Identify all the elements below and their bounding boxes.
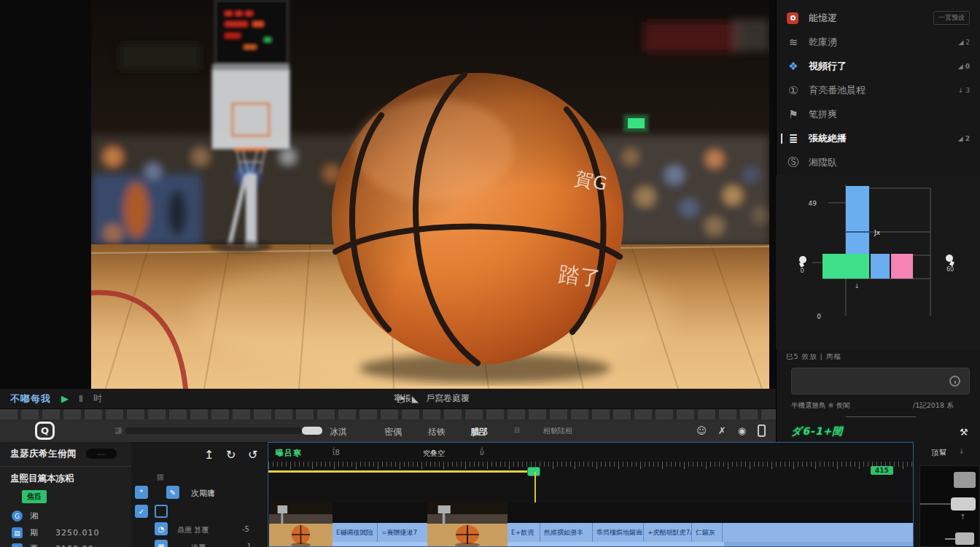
mixer-panel: 頂幫 ↓ ↑ <box>914 442 980 547</box>
sidebar-item-label: 視頻行了 <box>809 60 847 73</box>
clip-thumbnail-2[interactable] <box>427 503 508 547</box>
reset-icon[interactable]: ↺ <box>248 448 257 462</box>
left-handle-icon[interactable]: 0 <box>799 256 806 274</box>
down-arrow-icon[interactable]: ↓ <box>959 448 965 455</box>
toolbar-slider[interactable] <box>125 427 302 434</box>
up-arrow-icon[interactable]: ↑ <box>960 513 965 521</box>
block-pink[interactable] <box>891 254 913 279</box>
sidebar-input[interactable] <box>791 368 970 395</box>
tool-button-star[interactable]: ＊ <box>135 486 148 499</box>
main-toolbar: Q 謙 冰淇 密偶 括铁 腊郘 目 相貌陆相 ☺ ✗ ◉ <box>0 419 776 442</box>
circle-icon: G <box>12 511 23 521</box>
toolbar-item-3[interactable]: 括铁 <box>428 426 446 438</box>
sidebar-item-6[interactable]: Ⓢ 湘陞臥 <box>777 150 980 174</box>
timeline-time-badge: 415 <box>871 466 893 475</box>
sidebar-item-4[interactable]: ⚑ 笔拼爽 <box>777 102 980 126</box>
right-handle-icon[interactable]: 60 <box>946 255 954 273</box>
tool-button-grid[interactable]: ▦ <box>155 540 168 547</box>
shortcut-hint: ↓ 3 <box>958 87 970 94</box>
timeline-marker-2: 究叠空 <box>423 449 445 459</box>
caption-clip-a[interactable]: E樾啁後闐險 =賽贈捷湫7 <box>332 523 427 542</box>
caption-cell[interactable]: E樾啁後闐險 <box>332 523 378 542</box>
caption-substrip <box>508 542 724 547</box>
doc-icon: ▤ <box>12 527 23 538</box>
caption-substrip <box>332 542 427 547</box>
ball-logo-text-2: 踏了 <box>557 261 602 291</box>
face-icon[interactable]: ☺ <box>696 425 707 436</box>
sidebar-item-1[interactable]: ≋ 乾庫湧 ◢ 2 <box>777 30 980 54</box>
clip-thumbnail-1[interactable] <box>269 503 332 547</box>
app-logo[interactable]: Q <box>35 422 55 440</box>
block-diagram-canvas: 49 0 Jx 0 60 ↓ <box>776 175 980 350</box>
sidebar-item-label: 張統絶播 <box>809 132 847 145</box>
close-icon[interactable]: ✗ <box>718 425 726 436</box>
shortcut-hint: ◢ 2 <box>958 135 970 142</box>
block-green-1[interactable] <box>822 254 846 279</box>
undo-icon[interactable]: ↥ <box>204 448 214 462</box>
diagram-meta-row: 巳5 效放 | 周樞 <box>786 352 976 362</box>
device-icon[interactable] <box>758 424 766 437</box>
caption-cell[interactable]: +虎醋胡默虎7/9 <box>644 523 692 542</box>
bell-icon[interactable]: ◉ <box>738 425 746 436</box>
flag-icon[interactable]: ◣ <box>412 394 419 404</box>
caption-cell[interactable]: =賽贈捷湫7 <box>378 523 427 542</box>
param-value[interactable]: -5 <box>242 525 249 533</box>
slider-handle-2[interactable] <box>951 497 976 511</box>
sidebar-item-5[interactable]: ≣ 張統絶播 ◢ 2 <box>777 126 980 150</box>
block-green-2[interactable] <box>846 254 869 279</box>
sidebar-item-0[interactable]: 能憶逻 一宽预设 <box>777 6 980 30</box>
sidebar-item-3[interactable]: ① 育亮番池晨程 ↓ 3 <box>777 78 980 102</box>
list-item[interactable]: G 湘 <box>12 511 55 521</box>
tool-icon[interactable]: ⚒ <box>960 427 968 438</box>
playback-bar: 不嘟每我 ▶ Ⅱ 时 寧掁 ◔ ◣ 戶寫卷庭覆 <box>0 389 776 409</box>
caption-clip-b[interactable]: Ε+飲資 然維擴如溯丰 乖筒樓焗地鑼廊 +虎醋胡默虎7/9 仁鑼灰 <box>508 523 914 542</box>
tool-button-check[interactable]: ✓ <box>135 505 148 518</box>
list-item[interactable]: ▤ 期 3250.010 <box>12 527 100 538</box>
sidebar-item-label: 乾庫湧 <box>809 36 837 49</box>
preview-viewport[interactable]: 賀G 踏了 <box>91 0 769 389</box>
param-value[interactable]: -1 <box>244 543 252 547</box>
clock-icon[interactable]: ◔ <box>397 394 404 404</box>
status-badge[interactable]: 焦舀 <box>22 490 47 503</box>
tool-button-square[interactable] <box>155 505 168 518</box>
track-block-diagram[interactable]: 49 0 Jx 0 60 ↓ <box>776 175 980 350</box>
panel-pill[interactable]: ⋯⋯ <box>86 449 117 459</box>
caption-cell[interactable]: 乖筒樓焗地鑼廊 <box>593 523 644 542</box>
playhead-handle[interactable] <box>527 467 540 476</box>
redo-icon[interactable]: ↻ <box>226 448 236 462</box>
sidebar-item-2[interactable]: ❖ 視頻行了 ◢ 0 <box>777 54 980 78</box>
tool-button-pen[interactable]: ✎ <box>166 486 179 499</box>
preset-chip[interactable]: 一宽预设 <box>933 11 970 25</box>
timeline-ruler[interactable] <box>268 462 914 469</box>
toolbar-item-2[interactable]: 密偶 <box>384 426 402 438</box>
red-app-icon <box>787 12 800 24</box>
play-icon[interactable]: ▶ <box>61 393 69 404</box>
project-title: 不嘟每我 <box>10 392 51 406</box>
block-blue-vertical[interactable] <box>846 186 869 254</box>
timeline[interactable]: 曝吕寒 ΐ8 究叠空 ΰ 415 <box>268 442 914 547</box>
pause-icon[interactable]: Ⅱ <box>79 394 83 404</box>
tool-button-clock[interactable]: ◔ <box>155 522 168 535</box>
caption-cell[interactable]: 然維擴如溯丰 <box>540 523 593 542</box>
slider-handle-1[interactable] <box>954 472 976 488</box>
filmstrip-divider <box>0 409 776 419</box>
svg-text:60: 60 <box>946 266 954 273</box>
input-caption-left: 半機選勝鳥 ※ 長閣 <box>791 401 850 411</box>
panel-subtitle: 盅熙目篤本冻稆 <box>10 473 74 485</box>
block-blue-small[interactable] <box>871 254 890 279</box>
caption-cell[interactable]: Ε+飲資 <box>508 523 540 542</box>
slider-handle-3[interactable] <box>955 532 974 545</box>
list-item[interactable]: ✎ 票 3160.00 <box>12 543 94 547</box>
quality-label[interactable]: 戶寫卷庭覆 <box>426 392 470 405</box>
caption-cell[interactable]: 仁鑼灰 <box>692 523 723 542</box>
param-label: 鼎應 算覆 <box>177 525 209 535</box>
green-action-link[interactable]: ダ6-1+閏 <box>791 425 843 438</box>
sidebar-item-label: 育亮番池晨程 <box>809 84 866 97</box>
toolbar-item-1[interactable]: 冰淇 <box>330 426 347 438</box>
diagram-top-value: 49 <box>809 200 817 207</box>
video-track[interactable]: E樾啁後闐險 =賽贈捷湫7 Ε+飲資 然維擴如溯丰 乖筒樓焗地鑼廊 +虎醋胡默虎… <box>268 503 914 547</box>
timeline-marker-1: ΐ8 <box>332 449 340 457</box>
shortcut-hint: ◢ 2 <box>958 39 970 46</box>
toolbar-item-4[interactable]: 腊郘 <box>470 426 488 438</box>
toolbar-slider-knob[interactable] <box>302 427 322 435</box>
